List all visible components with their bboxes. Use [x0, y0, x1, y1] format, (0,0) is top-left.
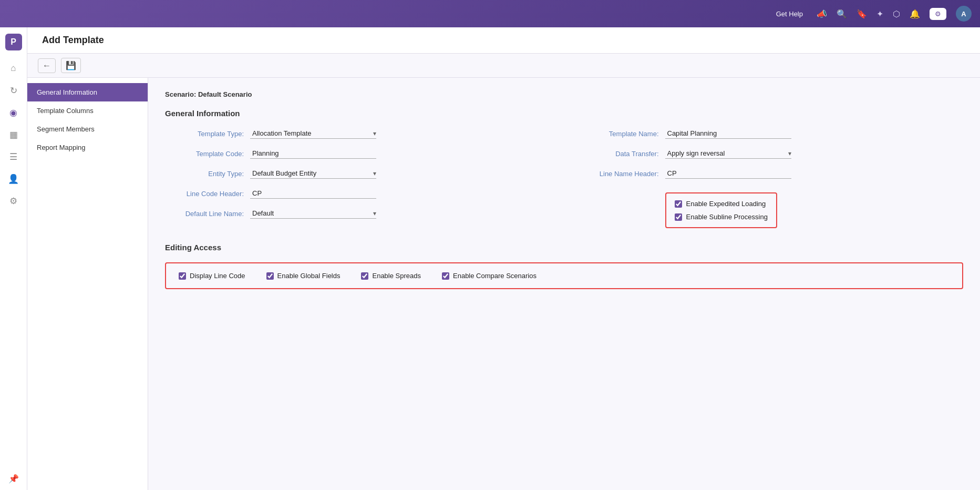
form-left-column: Template Type: Allocation Template ▾ Tem… — [165, 128, 549, 228]
enable-global-fields-item: Enable Global Fields — [266, 272, 341, 280]
active-module-button[interactable]: ⚙ — [930, 8, 946, 20]
enable-global-fields-checkbox[interactable] — [266, 272, 274, 280]
template-type-select-wrapper[interactable]: Allocation Template ▾ — [250, 128, 376, 139]
enable-spreads-checkbox[interactable] — [361, 272, 368, 280]
avatar[interactable]: A — [956, 6, 972, 22]
sidebar-icon-grid[interactable]: ▦ — [4, 125, 23, 144]
scenario-label: Scenario: Default Scenario — [165, 90, 963, 98]
template-name-input[interactable] — [665, 128, 791, 139]
enable-expedited-loading-label: Enable Expedited Loading — [686, 200, 766, 208]
highlight-box-container: Enable Expedited Loading Enable Subline … — [665, 188, 964, 228]
nav-item-report-mapping[interactable]: Report Mapping — [27, 138, 148, 157]
default-line-name-select[interactable]: Default — [250, 208, 373, 218]
enable-subline-processing-row: Enable Subline Processing — [675, 213, 768, 221]
enable-spreads-item: Enable Spreads — [361, 272, 421, 280]
enable-subline-processing-checkbox[interactable] — [675, 213, 682, 221]
entity-type-select[interactable]: Default Budget Entity — [250, 168, 373, 178]
sidebar-icon-person[interactable]: 👤 — [4, 169, 23, 188]
top-nav: Get Help 📣 🔍 🔖 ✦ ⬡ 🔔 ⚙ A — [0, 0, 980, 27]
enable-expedited-loading-row: Enable Expedited Loading — [675, 200, 768, 208]
nav-item-general-information[interactable]: General Information — [27, 83, 148, 101]
data-transfer-select[interactable]: Apply sign reversal — [665, 148, 788, 158]
sidebar-icon-home[interactable]: ⌂ — [4, 59, 23, 78]
icon-sidebar: P ⌂ ↻ ◉ ▦ ☰ 👤 ⚙ 📌 — [0, 27, 27, 490]
form-columns: Template Type: Allocation Template ▾ Tem… — [165, 128, 963, 228]
template-name-row: Template Name: — [580, 128, 964, 139]
save-button[interactable]: 💾 — [61, 58, 81, 73]
bookmark-icon[interactable]: 🔖 — [857, 9, 867, 19]
compass-icon[interactable]: ✦ — [876, 9, 883, 19]
module-icon: ⚙ — [935, 10, 941, 18]
template-code-input[interactable] — [250, 148, 376, 159]
form-area: Scenario: Default Scenario General Infor… — [148, 78, 980, 490]
default-line-name-select-wrapper[interactable]: Default ▾ — [250, 208, 376, 219]
entity-type-label: Entity Type: — [165, 170, 244, 178]
template-type-row: Template Type: Allocation Template ▾ — [165, 128, 549, 139]
main-layout: P ⌂ ↻ ◉ ▦ ☰ 👤 ⚙ 📌 Add Template ← 💾 Gener… — [0, 27, 980, 490]
sidebar-icon-chart[interactable]: ◉ — [4, 103, 23, 122]
line-code-header-row: Line Code Header: — [165, 188, 549, 199]
toolbar: ← 💾 — [27, 54, 980, 78]
display-line-code-item: Display Line Code — [179, 272, 245, 280]
nav-item-template-columns[interactable]: Template Columns — [27, 101, 148, 120]
template-name-label: Template Name: — [580, 130, 659, 138]
enable-global-fields-label: Enable Global Fields — [277, 272, 341, 280]
display-line-code-label: Display Line Code — [190, 272, 245, 280]
page-area: Add Template ← 💾 General Information Tem… — [27, 27, 980, 490]
data-transfer-row: Data Transfer: Apply sign reversal ▾ — [580, 148, 964, 159]
enable-spreads-label: Enable Spreads — [372, 272, 421, 280]
get-help-link[interactable]: Get Help — [776, 10, 803, 18]
editing-access-box: Display Line Code Enable Global Fields E… — [165, 262, 963, 289]
cube-icon[interactable]: ⬡ — [893, 9, 900, 19]
sidebar-icon-list[interactable]: ☰ — [4, 147, 23, 166]
enable-compare-scenarios-item: Enable Compare Scenarios — [442, 272, 537, 280]
pin-icon[interactable]: 📌 — [8, 474, 19, 484]
template-type-select[interactable]: Allocation Template — [250, 128, 373, 138]
enable-subline-processing-label: Enable Subline Processing — [686, 213, 768, 221]
sidebar-icon-gear[interactable]: ⚙ — [4, 191, 23, 210]
line-name-header-row: Line Name Header: — [580, 168, 964, 179]
left-nav: General Information Template Columns Seg… — [27, 78, 148, 490]
scenario-value: Default Scenario — [198, 90, 252, 98]
page-title: Add Template — [42, 35, 965, 46]
entity-type-chevron-icon: ▾ — [373, 170, 376, 177]
search-icon[interactable]: 🔍 — [837, 9, 847, 19]
editing-access-title: Editing Access — [165, 243, 963, 252]
line-code-header-input[interactable] — [250, 188, 376, 199]
default-line-name-label: Default Line Name: — [165, 210, 244, 218]
scenario-prefix: Scenario: — [165, 90, 196, 98]
enable-compare-scenarios-label: Enable Compare Scenarios — [453, 272, 537, 280]
content-split: General Information Template Columns Seg… — [27, 78, 980, 490]
sidebar-icon-refresh[interactable]: ↻ — [4, 81, 23, 100]
template-type-chevron-icon: ▾ — [373, 130, 376, 137]
entity-type-select-wrapper[interactable]: Default Budget Entity ▾ — [250, 168, 376, 179]
nav-item-segment-members[interactable]: Segment Members — [27, 120, 148, 138]
enable-compare-scenarios-checkbox[interactable] — [442, 272, 449, 280]
announce-icon[interactable]: 📣 — [817, 9, 827, 19]
data-transfer-select-wrapper[interactable]: Apply sign reversal ▾ — [665, 148, 791, 159]
form-right-column: Template Name: Data Transfer: Apply sign… — [549, 128, 964, 228]
data-transfer-label: Data Transfer: — [580, 150, 659, 158]
enable-expedited-loading-checkbox[interactable] — [675, 200, 682, 208]
data-transfer-chevron-icon: ▾ — [788, 150, 791, 157]
template-code-row: Template Code: — [165, 148, 549, 159]
default-line-name-row: Default Line Name: Default ▾ — [165, 208, 549, 219]
page-header: Add Template — [27, 27, 980, 54]
editing-access-section: Editing Access Display Line Code Enable … — [165, 243, 963, 289]
template-code-label: Template Code: — [165, 150, 244, 158]
default-line-name-chevron-icon: ▾ — [373, 210, 376, 217]
back-button[interactable]: ← — [38, 58, 56, 73]
expedited-options-box: Enable Expedited Loading Enable Subline … — [665, 192, 777, 228]
bell-icon[interactable]: 🔔 — [910, 9, 920, 19]
app-logo[interactable]: P — [5, 34, 22, 50]
line-name-header-input[interactable] — [665, 168, 791, 179]
template-type-label: Template Type: — [165, 130, 244, 138]
line-code-header-label: Line Code Header: — [165, 190, 244, 198]
display-line-code-checkbox[interactable] — [179, 272, 186, 280]
line-name-header-label: Line Name Header: — [580, 170, 659, 178]
entity-type-row: Entity Type: Default Budget Entity ▾ — [165, 168, 549, 179]
general-info-title: General Information — [165, 109, 963, 118]
